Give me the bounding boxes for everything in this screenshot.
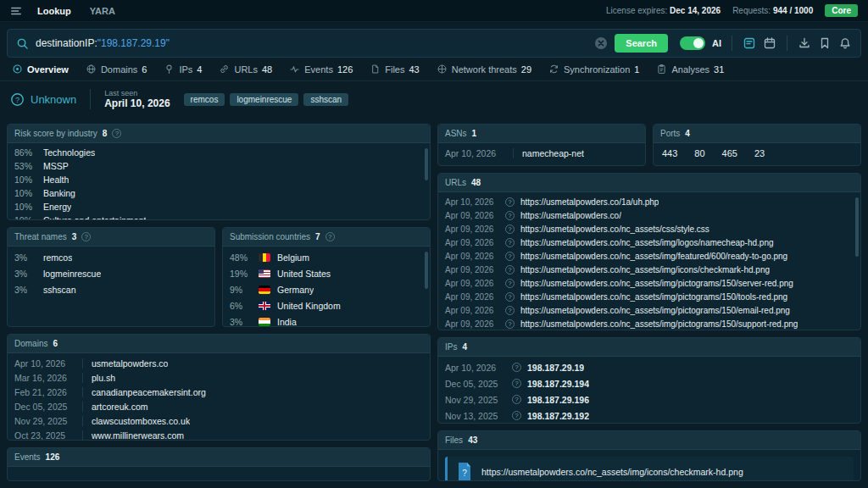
calendar-icon[interactable] xyxy=(763,36,776,50)
url-row[interactable]: Apr 09, 2026?https://usmetalpowders.co/n… xyxy=(445,276,854,290)
info-question-icon[interactable]: ? xyxy=(512,379,521,388)
file-row[interactable]: ? https://usmetalpowders.co/nc_assets/im… xyxy=(445,457,854,481)
tab-network-threats[interactable]: Network threats29 xyxy=(437,64,531,75)
url-row[interactable]: Apr 09, 2026?https://usmetalpowders.co/n… xyxy=(445,249,854,263)
search-bar[interactable]: destinationIP:"198.187.29.19" Search AI xyxy=(7,29,861,58)
risk-row[interactable]: 10%Health xyxy=(14,173,423,186)
port-value[interactable]: 80 xyxy=(694,148,704,158)
nav-yara[interactable]: YARA xyxy=(90,6,115,16)
menu-icon[interactable] xyxy=(10,5,22,17)
file-url[interactable]: https://usmetalpowders.co/nc_assets/img/… xyxy=(481,467,743,477)
tab-overview[interactable]: Overview xyxy=(12,64,69,75)
file-question-icon: ? xyxy=(456,462,473,481)
ports-card: Ports 4 443 80 465 23 xyxy=(653,124,861,166)
domain-row[interactable]: Dec 05, 2025artcoreuk.com xyxy=(14,399,423,413)
bookmark-icon[interactable] xyxy=(818,36,832,50)
ip-row[interactable]: Nov 29, 2025?198.187.29.196 xyxy=(445,391,854,408)
info-question-icon[interactable]: ? xyxy=(112,129,121,138)
info-question-icon[interactable]: ? xyxy=(505,319,515,329)
risk-row[interactable]: 10%Energy xyxy=(14,200,423,214)
country-row[interactable]: 6%United Kingdom xyxy=(230,297,423,313)
risk-row[interactable]: 53%MSSP xyxy=(14,159,423,173)
scrollbar[interactable] xyxy=(855,197,859,257)
scrollbar[interactable] xyxy=(425,252,428,289)
ip-row[interactable]: Apr 10, 2026?198.187.29.19 xyxy=(445,359,854,375)
url-row[interactable]: Apr 09, 2026?https://usmetalpowders.co/n… xyxy=(445,236,854,249)
port-value[interactable]: 465 xyxy=(722,148,737,158)
url-row[interactable]: Apr 09, 2026?https://usmetalpowders.co/n… xyxy=(445,303,854,317)
threat-name-row[interactable]: 3%sshscan xyxy=(14,281,208,297)
risk-row[interactable]: 86%Technologies xyxy=(14,146,423,159)
threat-name-row[interactable]: 3%remcos xyxy=(14,249,208,265)
download-icon[interactable] xyxy=(798,36,811,50)
divider xyxy=(787,36,787,51)
search-input[interactable]: destinationIP:"198.187.29.19" xyxy=(36,37,170,49)
port-value[interactable]: 443 xyxy=(662,148,677,158)
threat-tag[interactable]: sshscan xyxy=(303,93,348,106)
url-row[interactable]: Apr 09, 2026?https://usmetalpowders.co/n… xyxy=(445,317,854,330)
info-question-icon[interactable]: ? xyxy=(512,411,521,420)
info-question-icon[interactable]: ? xyxy=(512,395,521,404)
domains-icon xyxy=(86,64,97,75)
info-question-icon[interactable]: ? xyxy=(505,225,515,234)
domains-body: Apr 10, 2026usmetalpowders.co Mar 16, 20… xyxy=(8,353,430,441)
domain-row[interactable]: Nov 29, 2025clawscustomboxes.co.uk xyxy=(14,413,423,428)
domain-row[interactable]: Feb 21, 2026canadianpeacemakersint.org xyxy=(14,385,423,399)
clear-icon[interactable] xyxy=(594,36,608,50)
changelog-icon[interactable] xyxy=(743,36,756,50)
tab-ips[interactable]: IPs4 xyxy=(164,64,202,75)
info-question-icon[interactable]: ? xyxy=(505,279,515,288)
risk-row[interactable]: 10%Banking xyxy=(14,186,423,200)
nav-lookup[interactable]: Lookup xyxy=(37,6,71,16)
threat-tag[interactable]: remcos xyxy=(184,93,225,106)
url-row[interactable]: Apr 10, 2026?https://usmetalpowders.co/1… xyxy=(445,195,854,208)
threat-tag[interactable]: logmeinrescue xyxy=(230,93,298,106)
country-row[interactable]: 3%India xyxy=(230,313,423,327)
url-row[interactable]: Apr 09, 2026?https://usmetalpowders.co/ xyxy=(445,208,854,222)
country-row[interactable]: 9%Germany xyxy=(230,281,423,297)
tab-urls[interactable]: URLs48 xyxy=(219,64,272,75)
license-label: License expires: xyxy=(606,6,667,15)
domain-row[interactable]: Apr 10, 2026usmetalpowders.co xyxy=(14,356,423,370)
overview-icon xyxy=(12,64,23,75)
port-value[interactable]: 23 xyxy=(754,148,765,158)
tab-events[interactable]: Events126 xyxy=(289,64,353,75)
tab-synchronization[interactable]: Synchronization1 xyxy=(548,64,639,75)
domain-row[interactable]: Oct 23, 2025www.millinerwears.com xyxy=(14,428,423,441)
url-row[interactable]: Apr 09, 2026?https://usmetalpowders.co/n… xyxy=(445,222,854,236)
tab-files[interactable]: Files43 xyxy=(370,64,419,75)
url-row[interactable]: Apr 09, 2026?https://usmetalpowders.co/n… xyxy=(445,290,854,303)
info-question-icon[interactable]: ? xyxy=(505,211,515,220)
events-card: Events 126 xyxy=(7,447,431,481)
info-question-icon[interactable]: ? xyxy=(81,232,91,241)
info-question-icon[interactable]: ? xyxy=(505,292,515,302)
threat-names-body: 3%remcos 3%logmeinrescue 3%sshscan xyxy=(8,247,214,300)
asns-body: Apr 10, 2026namecheap-net xyxy=(438,143,645,163)
domain-row[interactable]: Mar 16, 2026plu.sh xyxy=(14,370,423,385)
last-seen-value: April 10, 2026 xyxy=(104,97,170,109)
ips-body: Apr 10, 2026?198.187.29.19 Dec 05, 2025?… xyxy=(438,357,860,424)
country-row[interactable]: 19%United States xyxy=(230,265,423,281)
bell-icon[interactable] xyxy=(838,36,852,50)
info-question-icon[interactable]: ? xyxy=(326,232,335,241)
ip-row[interactable]: Nov 13, 2025?198.187.29.192 xyxy=(445,408,854,424)
ai-label: AI xyxy=(712,38,721,48)
ip-row[interactable]: Dec 05, 2025?198.187.29.194 xyxy=(445,375,854,391)
threat-name-row[interactable]: 3%logmeinrescue xyxy=(14,265,208,281)
info-question-icon[interactable]: ? xyxy=(505,252,515,261)
tab-analyses[interactable]: Analyses31 xyxy=(656,64,724,75)
info-question-icon[interactable]: ? xyxy=(505,197,515,207)
search-button[interactable]: Search xyxy=(615,34,668,53)
url-row[interactable]: Apr 09, 2026?https://usmetalpowders.co/n… xyxy=(445,263,854,276)
risk-row[interactable]: 10%Culture and entertainment xyxy=(14,214,423,220)
ai-toggle[interactable] xyxy=(680,36,705,50)
plan-badge[interactable]: Core xyxy=(825,4,858,17)
country-row[interactable]: 48%Belgium xyxy=(230,249,423,265)
info-question-icon[interactable]: ? xyxy=(505,306,515,315)
tab-domains[interactable]: Domains6 xyxy=(86,64,147,75)
info-question-icon[interactable]: ? xyxy=(512,363,521,372)
info-question-icon[interactable]: ? xyxy=(505,265,515,274)
scrollbar[interactable] xyxy=(425,148,428,180)
info-question-icon[interactable]: ? xyxy=(505,238,515,247)
asn-row[interactable]: Apr 10, 2026namecheap-net xyxy=(445,146,638,160)
